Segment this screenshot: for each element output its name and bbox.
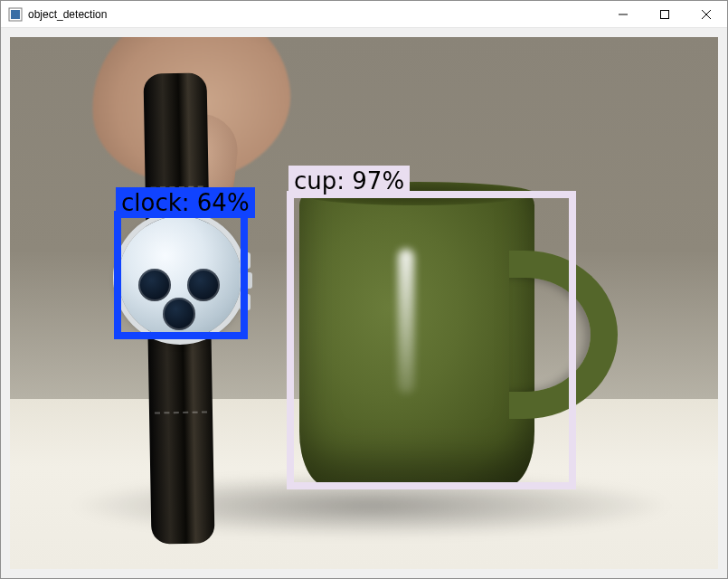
maximize-icon [660,10,669,19]
detection-box-cup: cup: 97% [287,191,576,489]
window-title: object_detection [28,8,107,21]
svg-rect-2 [661,10,669,18]
minimize-icon [619,10,628,19]
close-button[interactable] [685,1,727,28]
maximize-button[interactable] [644,1,685,28]
svg-rect-1 [11,10,20,19]
image-canvas: clock: 64% cup: 97% [10,37,718,569]
detection-label-cup: cup: 97% [288,166,410,196]
title-bar[interactable]: object_detection [1,1,727,28]
client-area: clock: 64% cup: 97% [1,28,727,578]
application-window: object_detection [0,0,728,579]
detection-label-clock: clock: 64% [116,187,255,218]
minimize-button[interactable] [602,1,644,28]
app-icon [8,7,23,22]
detection-box-clock: clock: 64% [114,211,248,339]
close-icon [702,10,711,19]
